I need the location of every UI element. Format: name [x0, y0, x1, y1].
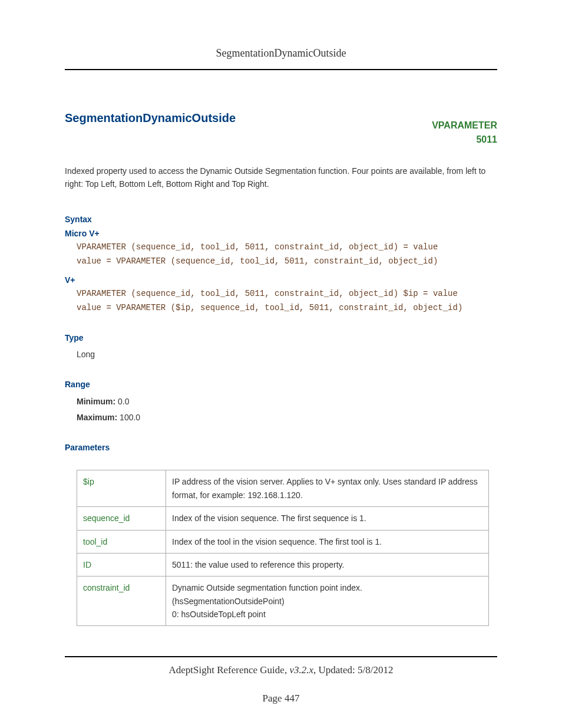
range-minimum: Minimum: 0.0 [77, 394, 497, 410]
param-name: $ip [77, 470, 166, 507]
table-row: sequence_id Index of the vision sequence… [77, 507, 489, 530]
table-row: constraint_id Dynamic Outside segmentati… [77, 577, 489, 626]
title-row: SegmentationDynamicOutside VPARAMETER 50… [65, 111, 497, 147]
table-row: $ip IP address of the vision server. App… [77, 470, 489, 507]
footer-rule [65, 656, 497, 657]
param-name: constraint_id [77, 577, 166, 626]
footer-updated: , Updated: 5/8/2012 [313, 664, 394, 676]
document-page: SegmentationDynamicOutside SegmentationD… [0, 0, 562, 728]
param-desc: Dynamic Outside segmentation function po… [166, 577, 489, 626]
table-row: tool_id Index of the tool in the vision … [77, 530, 489, 553]
vparameter-label: VPARAMETER [432, 118, 497, 133]
table-row: ID 5011: the value used to reference thi… [77, 553, 489, 576]
type-value: Long [77, 347, 497, 362]
range-min-value: 0.0 [115, 397, 129, 406]
page-number: Page 447 [0, 693, 562, 704]
range-maximum: Maximum: 100.0 [77, 410, 497, 426]
range-max-label: Maximum: [77, 413, 117, 422]
vplus-label: V+ [65, 275, 497, 285]
micro-vplus-code: VPARAMETER (sequence_id, tool_id, 5011, … [77, 241, 497, 269]
parameters-heading: Parameters [65, 443, 497, 452]
range-max-value: 100.0 [117, 413, 140, 422]
footer-version: , v3.2.x [285, 664, 313, 676]
vplus-code: VPARAMETER (sequence_id, tool_id, 5011, … [77, 287, 497, 315]
micro-vplus-label: Micro V+ [65, 229, 497, 238]
footer-text: AdeptSight Reference Guide, v3.2.x, Upda… [0, 664, 562, 676]
param-name: ID [77, 553, 166, 576]
vparameter-id: 5011 [432, 133, 497, 147]
parameters-tbody: $ip IP address of the vision server. App… [77, 470, 489, 626]
param-desc: Index of the vision sequence. The first … [166, 507, 489, 530]
description-text: Indexed property used to access the Dyna… [65, 164, 497, 191]
type-heading: Type [65, 333, 497, 342]
footer-guide: AdeptSight Reference Guide [169, 664, 285, 676]
param-name: sequence_id [77, 507, 166, 530]
page-header: SegmentationDynamicOutside [65, 47, 497, 70]
param-name: tool_id [77, 530, 166, 553]
vparameter-badge: VPARAMETER 5011 [432, 118, 497, 147]
param-desc: 5011: the value used to reference this p… [166, 553, 489, 576]
header-title: SegmentationDynamicOutside [216, 47, 346, 59]
syntax-heading: Syntax [65, 215, 497, 224]
range-min-label: Minimum: [77, 397, 115, 406]
range-heading: Range [65, 380, 497, 389]
param-desc: Index of the tool in the vision sequence… [166, 530, 489, 553]
parameters-table: $ip IP address of the vision server. App… [77, 470, 489, 626]
main-title: SegmentationDynamicOutside [65, 111, 236, 125]
param-desc: IP address of the vision server. Applies… [166, 470, 489, 507]
